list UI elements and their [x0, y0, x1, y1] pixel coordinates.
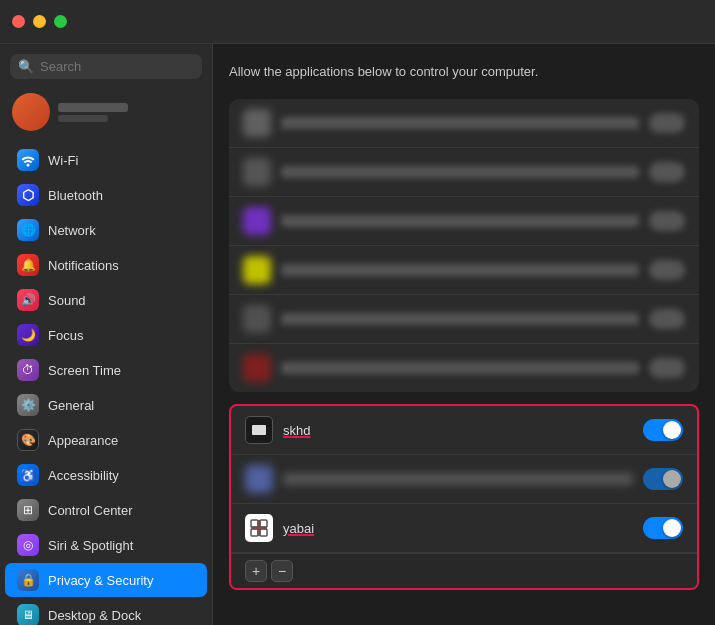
focus-icon: 🌙: [17, 324, 39, 346]
add-app-button[interactable]: +: [245, 560, 267, 582]
svg-rect-4: [251, 529, 258, 536]
blurred-icon-1: [243, 109, 271, 137]
blurred-row-1: [229, 99, 699, 148]
search-container[interactable]: 🔍: [10, 54, 202, 79]
svg-rect-3: [260, 520, 267, 527]
yabai-toggle-knob: [663, 519, 681, 537]
accessibility-icon: ♿: [17, 464, 39, 486]
controlcenter-icon: ⊞: [17, 499, 39, 521]
sidebar-item-screentime[interactable]: ⏱ Screen Time: [5, 353, 207, 387]
sidebar-item-network[interactable]: 🌐 Network: [5, 213, 207, 247]
remove-app-button[interactable]: −: [271, 560, 293, 582]
blurred-icon-3: [243, 207, 271, 235]
sidebar-label-sound: Sound: [48, 293, 86, 308]
sidebar-item-desktop[interactable]: 🖥 Desktop & Dock: [5, 598, 207, 625]
blurred-row-3: [229, 197, 699, 246]
search-input[interactable]: [40, 59, 208, 74]
blurred-toggle-2: [649, 162, 685, 182]
blurred-name-1: [281, 117, 639, 129]
blurred-toggle-6: [649, 358, 685, 378]
general-icon: ⚙️: [17, 394, 39, 416]
maximize-button[interactable]: [54, 15, 67, 28]
notifications-icon: 🔔: [17, 254, 39, 276]
titlebar: [0, 0, 715, 44]
blurred-icon-2: [243, 158, 271, 186]
svg-rect-2: [251, 520, 258, 527]
close-button[interactable]: [12, 15, 25, 28]
skhd-row: skhd: [231, 406, 697, 455]
yabai-name: yabai: [283, 521, 633, 536]
sidebar-label-privacy: Privacy & Security: [48, 573, 153, 588]
description-text: Allow the applications below to control …: [229, 60, 699, 87]
sidebar-label-desktop: Desktop & Dock: [48, 608, 141, 623]
bluetooth-icon: ⬡: [17, 184, 39, 206]
blurred-name-5: [281, 313, 639, 325]
blurred-icon-5: [243, 305, 271, 333]
blurred-name-4: [281, 264, 639, 276]
sidebar-item-siri[interactable]: ◎ Siri & Spotlight: [5, 528, 207, 562]
sidebar: 🔍 Wi-Fi ⬡ Bluetooth 🌐 Network: [0, 0, 213, 625]
avatar: [12, 93, 50, 131]
blurred-toggle-4: [649, 260, 685, 280]
sidebar-label-appearance: Appearance: [48, 433, 118, 448]
skhd-toggle-knob: [663, 421, 681, 439]
sidebar-item-controlcenter[interactable]: ⊞ Control Center: [5, 493, 207, 527]
user-sub-bar: [58, 115, 108, 122]
wifi-icon: [17, 149, 39, 171]
blurred-name-6: [281, 362, 639, 374]
sidebar-item-wifi[interactable]: Wi-Fi: [5, 143, 207, 177]
sidebar-item-accessibility[interactable]: ♿ Accessibility: [5, 458, 207, 492]
minimize-button[interactable]: [33, 15, 46, 28]
highlighted-section: skhd: [229, 404, 699, 590]
blurred-icon-4: [243, 256, 271, 284]
sidebar-item-general[interactable]: ⚙️ General: [5, 388, 207, 422]
network-icon: 🌐: [17, 219, 39, 241]
sidebar-item-appearance[interactable]: 🎨 Appearance: [5, 423, 207, 457]
sidebar-label-wifi: Wi-Fi: [48, 153, 78, 168]
user-info: [58, 103, 128, 122]
sidebar-label-notifications: Notifications: [48, 258, 119, 273]
blurred-middle-icon: [245, 465, 273, 493]
blurred-middle-name: [283, 473, 633, 485]
blurred-row-2: [229, 148, 699, 197]
blurred-row-5: [229, 295, 699, 344]
bottom-toolbar: + −: [231, 553, 697, 588]
blurred-name-3: [281, 215, 639, 227]
blurred-row-4: [229, 246, 699, 295]
sidebar-label-siri: Siri & Spotlight: [48, 538, 133, 553]
minus-icon: −: [278, 563, 286, 579]
privacy-icon: 🔒: [17, 569, 39, 591]
blurred-toggle-3: [649, 211, 685, 231]
appearance-icon: 🎨: [17, 429, 39, 451]
yabai-icon: [245, 514, 273, 542]
sidebar-label-bluetooth: Bluetooth: [48, 188, 103, 203]
skhd-name: skhd: [283, 423, 633, 438]
blurred-middle-knob: [663, 470, 681, 488]
sidebar-label-focus: Focus: [48, 328, 83, 343]
sidebar-label-general: General: [48, 398, 94, 413]
sidebar-item-notifications[interactable]: 🔔 Notifications: [5, 248, 207, 282]
blurred-toggle-1: [649, 113, 685, 133]
screentime-icon: ⏱: [17, 359, 39, 381]
blurred-icon-6: [243, 354, 271, 382]
skhd-icon: [245, 416, 273, 444]
skhd-icon-inner: [252, 425, 266, 435]
sound-icon: 🔊: [17, 289, 39, 311]
yabai-row: yabai: [231, 504, 697, 553]
sidebar-label-controlcenter: Control Center: [48, 503, 133, 518]
yabai-toggle[interactable]: [643, 517, 683, 539]
user-section[interactable]: [0, 85, 212, 139]
main-content: Allow the applications below to control …: [213, 0, 715, 625]
sidebar-label-network: Network: [48, 223, 96, 238]
sidebar-item-bluetooth[interactable]: ⬡ Bluetooth: [5, 178, 207, 212]
blurred-middle-toggle[interactable]: [643, 468, 683, 490]
sidebar-label-accessibility: Accessibility: [48, 468, 119, 483]
sidebar-item-focus[interactable]: 🌙 Focus: [5, 318, 207, 352]
search-icon: 🔍: [18, 59, 34, 74]
blurred-toggle-5: [649, 309, 685, 329]
sidebar-item-privacy[interactable]: 🔒 Privacy & Security: [5, 563, 207, 597]
sidebar-item-sound[interactable]: 🔊 Sound: [5, 283, 207, 317]
desktop-icon: 🖥: [17, 604, 39, 625]
skhd-toggle[interactable]: [643, 419, 683, 441]
add-icon: +: [252, 563, 260, 579]
